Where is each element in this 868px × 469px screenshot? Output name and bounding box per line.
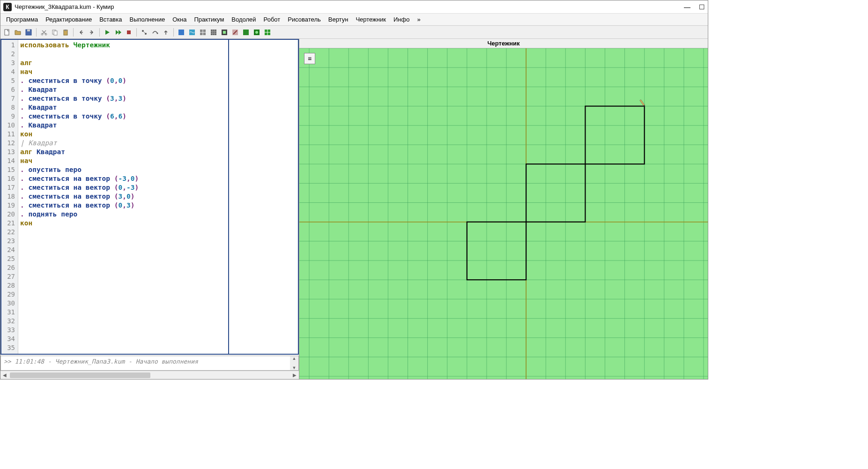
maximize-button[interactable]: ☐ — [699, 3, 705, 11]
svg-rect-67 — [585, 106, 644, 164]
menubar: ПрограммаРедактированиеВставкаВыполнение… — [0, 14, 708, 26]
window-title: Чертежник_3Квадрата.kum - Кумир — [15, 3, 684, 10]
canvas-menu-button[interactable]: ≡ — [304, 53, 315, 64]
step-into-button[interactable] — [140, 28, 149, 37]
menu-item-1[interactable]: Редактирование — [42, 15, 96, 24]
menu-item-7[interactable]: Робот — [260, 15, 284, 24]
actor-green2-button[interactable] — [252, 28, 261, 37]
svg-rect-0 — [5, 30, 9, 35]
actor-vodoley-button[interactable] — [177, 28, 186, 37]
toolbar-separator — [36, 28, 37, 37]
hamburger-icon: ≡ — [308, 55, 312, 62]
code-text[interactable]: использовать Чертежник алгнач. сместитьс… — [18, 40, 229, 354]
menu-item-2[interactable]: Вставка — [96, 15, 126, 24]
canvas-title: Чертежник — [299, 39, 708, 48]
stop-button[interactable] — [124, 28, 134, 37]
svg-point-10 — [142, 30, 144, 32]
menu-item-6[interactable]: Водолей — [228, 15, 260, 24]
line-gutter: 1234567891011121314151617181920212223242… — [1, 40, 18, 354]
svg-rect-66 — [526, 164, 585, 222]
svg-rect-16 — [211, 30, 216, 35]
menu-item-9[interactable]: Вертун — [325, 15, 352, 24]
toolbar — [0, 26, 708, 39]
console-output: >> 11:01:48 - Чертежник_Папа3.kum - Нача… — [1, 356, 290, 370]
horizontal-scrollbar[interactable]: ◀ ▶ — [0, 371, 299, 379]
toolbar-separator — [136, 28, 137, 37]
minimize-button[interactable]: — — [684, 3, 690, 11]
toolbar-separator — [173, 28, 174, 37]
run-button[interactable] — [103, 28, 112, 37]
canvas-pane: Чертежник ≡ — [299, 39, 708, 379]
svg-rect-20 — [243, 30, 249, 35]
cut-button[interactable] — [39, 28, 49, 37]
actor-drawer-button[interactable] — [263, 28, 272, 37]
menu-item-12[interactable]: » — [413, 15, 424, 24]
menu-item-3[interactable]: Выполнение — [126, 15, 169, 24]
drawing-canvas[interactable]: ≡ — [299, 48, 708, 379]
copy-button[interactable] — [50, 28, 59, 37]
code-editor[interactable]: 1234567891011121314151617181920212223242… — [0, 39, 299, 355]
svg-point-12 — [157, 32, 158, 34]
svg-rect-68 — [640, 100, 645, 106]
actor-grid1-button[interactable] — [198, 28, 208, 37]
open-file-button[interactable] — [13, 28, 22, 37]
menu-item-10[interactable]: Чертежник — [352, 15, 390, 24]
left-pane: 1234567891011121314151617181920212223242… — [0, 39, 299, 379]
paste-button[interactable] — [61, 28, 70, 37]
toolbar-separator — [99, 28, 100, 37]
svg-point-22 — [255, 31, 258, 34]
actor-green1-button[interactable] — [241, 28, 251, 37]
save-file-button[interactable] — [24, 28, 33, 37]
svg-rect-18 — [223, 31, 226, 34]
svg-point-11 — [145, 33, 147, 35]
main-area: 1234567891011121314151617181920212223242… — [0, 39, 708, 379]
svg-rect-65 — [467, 222, 526, 280]
console-panel: >> 11:01:48 - Чертежник_Папа3.kum - Нача… — [0, 356, 299, 371]
actor-grid2-button[interactable] — [209, 28, 218, 37]
menu-item-11[interactable]: Инфо — [390, 15, 413, 24]
titlebar: К Чертежник_3Квадрата.kum - Кумир — ☐ — [0, 0, 708, 14]
menu-item-4[interactable]: Окна — [169, 15, 190, 24]
svg-rect-2 — [27, 30, 30, 31]
run-step-button[interactable] — [113, 28, 123, 37]
app-icon: К — [3, 3, 12, 11]
svg-rect-9 — [127, 30, 131, 34]
actor-wave-button[interactable] — [187, 28, 197, 37]
menu-item-0[interactable]: Программа — [2, 15, 42, 24]
step-out-button[interactable] — [161, 28, 171, 37]
new-file-button[interactable] — [2, 28, 12, 37]
step-over-button[interactable] — [150, 28, 160, 37]
svg-rect-8 — [65, 30, 67, 31]
scroll-thumb[interactable] — [10, 372, 150, 378]
scroll-left-arrow[interactable]: ◀ — [0, 372, 9, 378]
redo-button[interactable] — [87, 28, 96, 37]
code-margin — [229, 40, 298, 354]
menu-item-8[interactable]: Рисователь — [284, 15, 324, 24]
actor-paint-button[interactable] — [230, 28, 240, 37]
undo-button[interactable] — [76, 28, 86, 37]
toolbar-separator — [73, 28, 74, 37]
app-window: К Чертежник_3Квадрата.kum - Кумир — ☐ Пр… — [0, 0, 708, 380]
svg-rect-6 — [54, 31, 57, 35]
menu-item-5[interactable]: Практикум — [190, 15, 228, 24]
svg-rect-13 — [178, 30, 184, 35]
canvas-grid — [299, 48, 708, 379]
console-scrollbar[interactable]: ▲▼ — [290, 356, 298, 370]
actor-robot-button[interactable] — [220, 28, 229, 37]
scroll-right-arrow[interactable]: ▶ — [290, 372, 299, 378]
